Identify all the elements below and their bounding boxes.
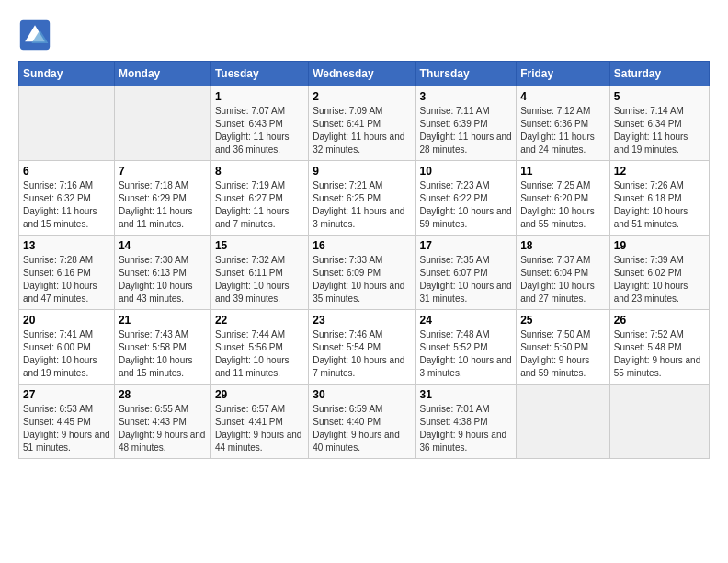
day-info: Sunrise: 7:52 AM Sunset: 5:48 PM Dayligh… xyxy=(614,328,705,380)
calendar-cell: 19Sunrise: 7:39 AM Sunset: 6:02 PM Dayli… xyxy=(609,236,709,310)
week-row-2: 6Sunrise: 7:16 AM Sunset: 6:32 PM Daylig… xyxy=(19,161,710,236)
day-info: Sunrise: 6:55 AM Sunset: 4:43 PM Dayligh… xyxy=(119,403,207,454)
day-info: Sunrise: 7:11 AM Sunset: 6:39 PM Dayligh… xyxy=(420,105,513,156)
calendar-cell: 5Sunrise: 7:14 AM Sunset: 6:34 PM Daylig… xyxy=(609,86,709,161)
calendar-cell: 4Sunrise: 7:12 AM Sunset: 6:36 PM Daylig… xyxy=(517,86,610,161)
header-day-sunday: Sunday xyxy=(19,62,115,86)
day-number: 9 xyxy=(313,165,411,178)
day-info: Sunrise: 7:12 AM Sunset: 6:36 PM Dayligh… xyxy=(520,105,606,156)
day-info: Sunrise: 7:30 AM Sunset: 6:13 PM Dayligh… xyxy=(119,254,207,305)
day-number: 6 xyxy=(23,165,110,178)
calendar-cell: 27Sunrise: 6:53 AM Sunset: 4:45 PM Dayli… xyxy=(19,385,115,459)
day-number: 11 xyxy=(520,165,606,178)
calendar-cell: 13Sunrise: 7:28 AM Sunset: 6:16 PM Dayli… xyxy=(19,236,115,310)
day-number: 20 xyxy=(23,314,110,327)
calendar-cell: 30Sunrise: 6:59 AM Sunset: 4:40 PM Dayli… xyxy=(309,385,415,459)
calendar-cell: 22Sunrise: 7:44 AM Sunset: 5:56 PM Dayli… xyxy=(210,310,308,385)
calendar-cell: 24Sunrise: 7:48 AM Sunset: 5:52 PM Dayli… xyxy=(415,310,517,385)
day-number: 21 xyxy=(119,314,207,327)
calendar-cell: 28Sunrise: 6:55 AM Sunset: 4:43 PM Dayli… xyxy=(114,385,210,459)
day-number: 12 xyxy=(614,165,705,178)
day-info: Sunrise: 7:18 AM Sunset: 6:29 PM Dayligh… xyxy=(119,179,207,231)
day-number: 10 xyxy=(420,165,513,178)
day-number: 22 xyxy=(215,314,304,327)
day-info: Sunrise: 7:19 AM Sunset: 6:27 PM Dayligh… xyxy=(215,179,304,231)
day-number: 30 xyxy=(313,388,411,401)
calendar-cell: 31Sunrise: 7:01 AM Sunset: 4:38 PM Dayli… xyxy=(415,385,517,459)
day-info: Sunrise: 7:41 AM Sunset: 6:00 PM Dayligh… xyxy=(23,328,110,380)
calendar-cell: 14Sunrise: 7:30 AM Sunset: 6:13 PM Dayli… xyxy=(114,236,210,310)
calendar-cell: 3Sunrise: 7:11 AM Sunset: 6:39 PM Daylig… xyxy=(415,86,517,161)
week-row-3: 13Sunrise: 7:28 AM Sunset: 6:16 PM Dayli… xyxy=(19,236,710,310)
calendar-cell: 9Sunrise: 7:21 AM Sunset: 6:25 PM Daylig… xyxy=(309,161,415,236)
header-day-friday: Friday xyxy=(517,62,610,86)
day-number: 7 xyxy=(119,165,207,178)
header-day-tuesday: Tuesday xyxy=(210,62,308,86)
day-info: Sunrise: 7:26 AM Sunset: 6:18 PM Dayligh… xyxy=(614,179,705,231)
week-row-1: 1Sunrise: 7:07 AM Sunset: 6:43 PM Daylig… xyxy=(19,86,710,161)
calendar-header: SundayMondayTuesdayWednesdayThursdayFrid… xyxy=(19,62,710,86)
header-day-wednesday: Wednesday xyxy=(309,62,415,86)
day-number: 27 xyxy=(23,388,110,401)
day-info: Sunrise: 7:44 AM Sunset: 5:56 PM Dayligh… xyxy=(215,328,304,380)
day-info: Sunrise: 7:28 AM Sunset: 6:16 PM Dayligh… xyxy=(23,254,110,305)
day-info: Sunrise: 7:21 AM Sunset: 6:25 PM Dayligh… xyxy=(313,179,411,231)
calendar-cell: 25Sunrise: 7:50 AM Sunset: 5:50 PM Dayli… xyxy=(517,310,610,385)
day-number: 23 xyxy=(313,314,411,327)
calendar-cell: 11Sunrise: 7:25 AM Sunset: 6:20 PM Dayli… xyxy=(517,161,610,236)
day-info: Sunrise: 7:32 AM Sunset: 6:11 PM Dayligh… xyxy=(215,254,304,305)
calendar-cell xyxy=(114,86,210,161)
calendar-cell: 2Sunrise: 7:09 AM Sunset: 6:41 PM Daylig… xyxy=(309,86,415,161)
calendar-body: 1Sunrise: 7:07 AM Sunset: 6:43 PM Daylig… xyxy=(19,86,710,459)
day-number: 15 xyxy=(215,239,304,252)
header-day-saturday: Saturday xyxy=(609,62,709,86)
day-number: 25 xyxy=(520,314,606,327)
calendar-cell: 16Sunrise: 7:33 AM Sunset: 6:09 PM Dayli… xyxy=(309,236,415,310)
day-number: 13 xyxy=(23,239,110,252)
day-number: 28 xyxy=(119,388,207,401)
calendar-cell xyxy=(517,385,610,459)
day-number: 31 xyxy=(420,388,513,401)
day-info: Sunrise: 7:43 AM Sunset: 5:58 PM Dayligh… xyxy=(119,328,207,380)
calendar-cell: 29Sunrise: 6:57 AM Sunset: 4:41 PM Dayli… xyxy=(210,385,308,459)
day-number: 1 xyxy=(215,90,304,103)
day-info: Sunrise: 7:14 AM Sunset: 6:34 PM Dayligh… xyxy=(614,105,705,156)
day-number: 2 xyxy=(313,90,411,103)
header-row: SundayMondayTuesdayWednesdayThursdayFrid… xyxy=(19,62,710,86)
day-info: Sunrise: 6:59 AM Sunset: 4:40 PM Dayligh… xyxy=(313,403,411,454)
logo xyxy=(18,18,55,52)
calendar-cell: 12Sunrise: 7:26 AM Sunset: 6:18 PM Dayli… xyxy=(609,161,709,236)
day-info: Sunrise: 7:39 AM Sunset: 6:02 PM Dayligh… xyxy=(614,254,705,305)
page-header xyxy=(18,18,710,52)
day-info: Sunrise: 7:46 AM Sunset: 5:54 PM Dayligh… xyxy=(313,328,411,380)
calendar-cell: 26Sunrise: 7:52 AM Sunset: 5:48 PM Dayli… xyxy=(609,310,709,385)
calendar-cell: 15Sunrise: 7:32 AM Sunset: 6:11 PM Dayli… xyxy=(210,236,308,310)
week-row-5: 27Sunrise: 6:53 AM Sunset: 4:45 PM Dayli… xyxy=(19,385,710,459)
day-info: Sunrise: 7:23 AM Sunset: 6:22 PM Dayligh… xyxy=(420,179,513,231)
calendar-cell: 10Sunrise: 7:23 AM Sunset: 6:22 PM Dayli… xyxy=(415,161,517,236)
day-info: Sunrise: 7:07 AM Sunset: 6:43 PM Dayligh… xyxy=(215,105,304,156)
day-number: 4 xyxy=(520,90,606,103)
day-info: Sunrise: 7:48 AM Sunset: 5:52 PM Dayligh… xyxy=(420,328,513,380)
day-info: Sunrise: 6:53 AM Sunset: 4:45 PM Dayligh… xyxy=(23,403,110,454)
day-info: Sunrise: 7:33 AM Sunset: 6:09 PM Dayligh… xyxy=(313,254,411,305)
day-info: Sunrise: 7:16 AM Sunset: 6:32 PM Dayligh… xyxy=(23,179,110,231)
day-number: 8 xyxy=(215,165,304,178)
day-info: Sunrise: 6:57 AM Sunset: 4:41 PM Dayligh… xyxy=(215,403,304,454)
calendar-cell xyxy=(609,385,709,459)
day-number: 24 xyxy=(420,314,513,327)
day-info: Sunrise: 7:25 AM Sunset: 6:20 PM Dayligh… xyxy=(520,179,606,231)
day-number: 29 xyxy=(215,388,304,401)
calendar-cell: 17Sunrise: 7:35 AM Sunset: 6:07 PM Dayli… xyxy=(415,236,517,310)
day-info: Sunrise: 7:01 AM Sunset: 4:38 PM Dayligh… xyxy=(420,403,513,454)
calendar-cell: 18Sunrise: 7:37 AM Sunset: 6:04 PM Dayli… xyxy=(517,236,610,310)
calendar-cell: 21Sunrise: 7:43 AM Sunset: 5:58 PM Dayli… xyxy=(114,310,210,385)
day-info: Sunrise: 7:37 AM Sunset: 6:04 PM Dayligh… xyxy=(520,254,606,305)
week-row-4: 20Sunrise: 7:41 AM Sunset: 6:00 PM Dayli… xyxy=(19,310,710,385)
calendar-cell: 1Sunrise: 7:07 AM Sunset: 6:43 PM Daylig… xyxy=(210,86,308,161)
day-number: 26 xyxy=(614,314,705,327)
day-info: Sunrise: 7:09 AM Sunset: 6:41 PM Dayligh… xyxy=(313,105,411,156)
calendar-cell: 8Sunrise: 7:19 AM Sunset: 6:27 PM Daylig… xyxy=(210,161,308,236)
day-number: 5 xyxy=(614,90,705,103)
day-number: 16 xyxy=(313,239,411,252)
